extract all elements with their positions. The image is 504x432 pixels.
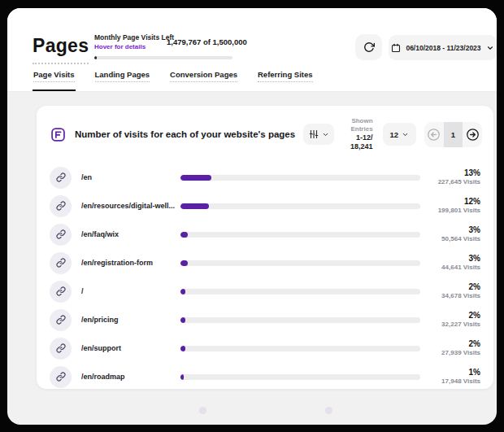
visits-count: 17,948 Visits bbox=[420, 377, 480, 386]
card-header: Number of visits for each of your websit… bbox=[37, 116, 493, 160]
visits-bar-track bbox=[180, 289, 420, 295]
chevron-down-icon bbox=[486, 44, 494, 52]
link-icon bbox=[56, 172, 66, 182]
pagination: 1 bbox=[424, 122, 482, 147]
page-path: /en bbox=[81, 173, 180, 181]
visits-bar-fill bbox=[180, 260, 188, 266]
row-stats: 1% 17,948 Visits bbox=[420, 367, 480, 386]
date-range-picker[interactable]: 06/10/2018 - 11/23/2023 bbox=[389, 35, 497, 60]
page-visit-row: /en/support 2% 27,939 Visits bbox=[37, 334, 493, 363]
page-link-button[interactable] bbox=[50, 252, 72, 274]
page-visit-row: /en/faq/wix 3% 50,564 Visits bbox=[37, 220, 493, 249]
chevron-down-icon bbox=[402, 131, 409, 138]
visits-count: 32,227 Visits bbox=[420, 321, 480, 329]
page-link-button[interactable] bbox=[50, 309, 72, 331]
tab-referring-sites[interactable]: Referring Sites bbox=[257, 70, 314, 91]
visits-bar-track bbox=[180, 374, 420, 380]
link-icon bbox=[56, 229, 66, 239]
page-visits-list: /en 13% 227,645 Visits /en/resources/dig… bbox=[37, 160, 493, 391]
page-link-button[interactable] bbox=[50, 366, 72, 388]
tab-page-visits[interactable]: Page Visits bbox=[33, 70, 76, 91]
app-window: Pages Monthly Page Visits Left Hover for… bbox=[7, 8, 497, 425]
link-icon bbox=[56, 258, 66, 268]
visits-percent: 3% bbox=[420, 225, 480, 235]
link-icon bbox=[56, 343, 66, 353]
monthly-usage-progress-fill bbox=[94, 56, 97, 59]
visits-count: 27,939 Visits bbox=[420, 349, 480, 357]
tab-landing-pages[interactable]: Landing Pages bbox=[94, 70, 151, 91]
page-visits-card: Number of visits for each of your websit… bbox=[37, 106, 493, 389]
page-path: /en/support bbox=[81, 344, 180, 352]
tab-label: Conversion Pages bbox=[170, 70, 237, 82]
sliders-icon bbox=[309, 129, 319, 139]
visits-bar-fill bbox=[180, 203, 209, 209]
refresh-icon bbox=[363, 41, 375, 53]
row-stats: 12% 199,801 Visits bbox=[420, 196, 480, 215]
decorative-dot bbox=[199, 407, 206, 414]
link-icon bbox=[56, 372, 66, 382]
page-path: / bbox=[81, 287, 180, 295]
page-title: Pages bbox=[33, 35, 89, 64]
shown-entries-label: Shown Entries bbox=[334, 117, 373, 133]
monthly-usage-progressbar bbox=[94, 56, 232, 59]
visits-bar-fill bbox=[180, 175, 211, 181]
current-page-number[interactable]: 1 bbox=[444, 122, 463, 147]
prev-page-button[interactable] bbox=[424, 122, 444, 147]
visits-bar-track bbox=[180, 317, 420, 323]
report-icon bbox=[50, 126, 67, 143]
page-path: /en/registration-form bbox=[81, 259, 180, 267]
arrow-right-circle-icon bbox=[466, 128, 480, 142]
tab-label: Referring Sites bbox=[258, 70, 313, 82]
visits-percent: 2% bbox=[420, 338, 480, 349]
page-path: /en/roadmap bbox=[81, 373, 180, 381]
chevron-down-icon bbox=[322, 131, 329, 138]
decorative-dot bbox=[325, 407, 332, 414]
page-link-button[interactable] bbox=[50, 338, 72, 360]
page-visit-row: /en/roadmap 1% 17,948 Visits bbox=[37, 363, 493, 391]
page-visit-row: /en/resources/digital-well... 12% 199,80… bbox=[37, 192, 493, 220]
visits-bar-fill bbox=[180, 289, 185, 295]
page-visit-row: /en 13% 227,645 Visits bbox=[37, 164, 493, 192]
visits-percent: 3% bbox=[420, 253, 480, 264]
page-link-button[interactable] bbox=[50, 224, 72, 246]
card-title: Number of visits for each of your websit… bbox=[75, 129, 295, 139]
visits-bar-fill bbox=[180, 317, 185, 323]
visits-count: 227,645 Visits bbox=[420, 178, 480, 186]
page-link-button[interactable] bbox=[50, 281, 72, 303]
row-stats: 13% 227,645 Visits bbox=[420, 168, 480, 186]
row-stats: 2% 27,939 Visits bbox=[420, 338, 480, 357]
row-stats: 3% 44,641 Visits bbox=[420, 253, 480, 272]
page-size-dropdown[interactable]: 12 bbox=[383, 123, 416, 146]
visits-bar-fill bbox=[180, 232, 188, 238]
shown-entries: Shown Entries 1-12/ 18,241 bbox=[334, 117, 373, 152]
page-visit-row: /en/pricing 2% 32,227 Visits bbox=[37, 306, 493, 334]
page-path: /en/resources/digital-well... bbox=[81, 202, 180, 210]
tab-label: Page Visits bbox=[33, 70, 75, 82]
arrow-left-circle-icon bbox=[427, 128, 441, 142]
top-bar: Pages Monthly Page Visits Left Hover for… bbox=[7, 8, 497, 92]
visits-percent: 2% bbox=[420, 281, 480, 292]
visits-bar-track bbox=[180, 203, 420, 209]
visits-count: 199,801 Visits bbox=[420, 207, 480, 215]
visits-bar-fill bbox=[180, 346, 185, 351]
link-icon bbox=[56, 315, 66, 325]
calendar-icon bbox=[391, 43, 401, 53]
column-filter-dropdown[interactable] bbox=[303, 124, 334, 145]
date-range-value: 06/10/2018 - 11/23/2023 bbox=[406, 44, 480, 52]
visits-count: 44,641 Visits bbox=[420, 264, 480, 272]
page-visit-row: /en/registration-form 3% 44,641 Visits bbox=[37, 249, 493, 277]
visits-bar-track bbox=[180, 346, 420, 351]
row-stats: 2% 32,227 Visits bbox=[420, 310, 480, 329]
visits-percent: 1% bbox=[420, 367, 480, 377]
tab-conversion-pages[interactable]: Conversion Pages bbox=[169, 70, 238, 91]
page-link-button[interactable] bbox=[50, 167, 72, 189]
tab-bar: Page Visits Landing Pages Conversion Pag… bbox=[33, 70, 314, 91]
refresh-button[interactable] bbox=[355, 34, 382, 60]
visits-percent: 12% bbox=[420, 196, 480, 207]
visits-percent: 13% bbox=[420, 168, 480, 178]
row-stats: 3% 50,564 Visits bbox=[420, 225, 480, 243]
next-page-button[interactable] bbox=[463, 122, 482, 147]
visits-percent: 2% bbox=[420, 310, 480, 321]
page-link-button[interactable] bbox=[50, 195, 72, 217]
monthly-usage-value: 1,479,767 of 1,500,000 bbox=[167, 37, 247, 46]
